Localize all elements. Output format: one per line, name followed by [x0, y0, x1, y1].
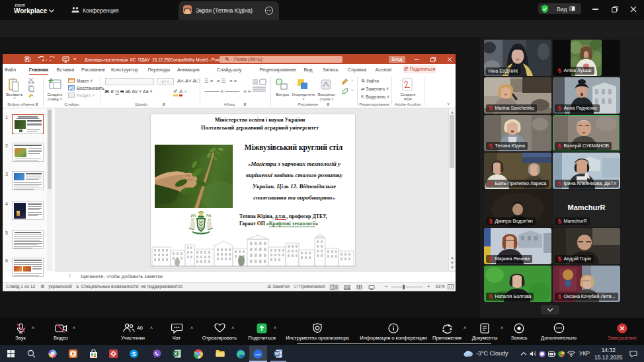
svg-text:W: W	[274, 351, 279, 356]
svg-text:zoom: zoom	[255, 353, 261, 356]
svg-text:X: X	[174, 351, 177, 356]
svg-text:S: S	[132, 351, 136, 357]
